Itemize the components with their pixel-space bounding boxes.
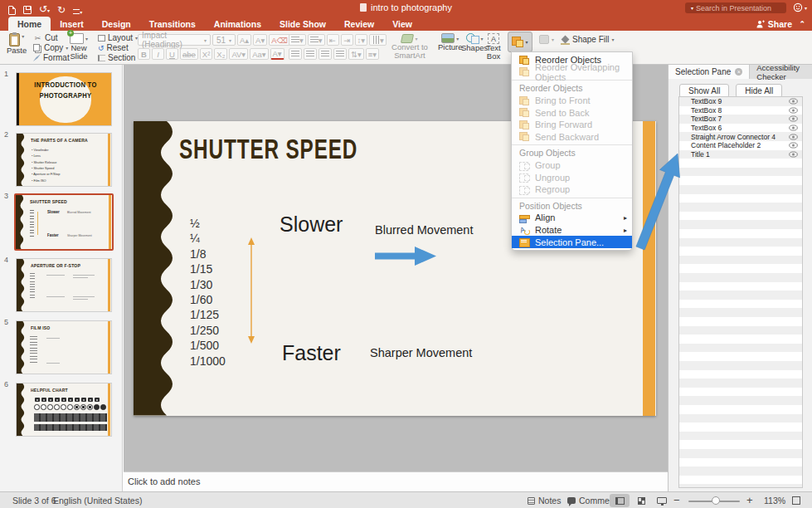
tab-transitions[interactable]: Transitions bbox=[140, 17, 205, 31]
object-row[interactable]: TextBox 9 bbox=[679, 97, 802, 106]
text-direction-button[interactable]: ⇅▾ bbox=[348, 48, 364, 60]
zoom-slider-knob[interactable] bbox=[712, 496, 720, 505]
shutter-fractions[interactable]: ½¼ 1/81/15 1/301/60 1/1251/250 1/5001/10… bbox=[190, 216, 226, 369]
object-row[interactable]: TextBox 6 bbox=[679, 124, 802, 133]
cut-button[interactable]: ✂Cut bbox=[33, 33, 58, 42]
line-spacing-button[interactable]: ↕▾ bbox=[355, 34, 368, 46]
object-row[interactable]: TextBox 8 bbox=[679, 106, 802, 115]
layout-button[interactable]: Layout▾ bbox=[98, 33, 138, 42]
faster-label[interactable]: Faster bbox=[282, 341, 341, 365]
change-case-button[interactable]: Aa▾ bbox=[250, 48, 268, 60]
increase-indent-icon[interactable]: ⇥ bbox=[341, 34, 353, 46]
align-right-icon[interactable] bbox=[318, 48, 332, 60]
menu-item-selection-pane[interactable]: Selection Pane... bbox=[512, 236, 632, 248]
blue-right-arrow[interactable] bbox=[375, 247, 436, 266]
share-button[interactable]: Share bbox=[756, 19, 792, 29]
fit-slide-icon[interactable] bbox=[792, 496, 800, 505]
superscript-button[interactable]: X² bbox=[200, 48, 213, 60]
yellow-accent-bar bbox=[643, 121, 655, 416]
copy-button[interactable]: Copy▾ bbox=[33, 43, 68, 52]
tab-accessibility-checker[interactable]: Accessibility Checker bbox=[750, 65, 812, 79]
normal-view-button[interactable] bbox=[610, 494, 630, 507]
thumbnail-slide-2[interactable]: THE PARTS OF A CAMERA Viewfinder Lens Sh… bbox=[16, 133, 112, 187]
convert-smartart-button[interactable]: ▾ Convert to SmartArt bbox=[388, 34, 431, 60]
feedback-control[interactable]: ▾ bbox=[793, 2, 807, 12]
tab-view[interactable]: View bbox=[383, 17, 421, 31]
quick-styles-button[interactable]: ▾ bbox=[539, 35, 554, 44]
search-box[interactable]: ▾ bbox=[685, 2, 786, 13]
bold-button[interactable]: B bbox=[138, 48, 150, 60]
sharper-movement-label[interactable]: Sharper Movement bbox=[370, 346, 472, 359]
strikethrough-button[interactable]: abe bbox=[180, 48, 198, 60]
align-left-icon[interactable] bbox=[289, 48, 302, 60]
justify-icon[interactable] bbox=[333, 48, 347, 60]
columns-button[interactable]: ▾ bbox=[369, 34, 387, 46]
thumbnail-slide-5[interactable]: FILM ISO bbox=[16, 320, 112, 374]
numbering-button[interactable]: ▾ bbox=[308, 34, 325, 46]
slideshow-button[interactable] bbox=[652, 494, 672, 507]
thumbnail-slide-3-selected[interactable]: SHUTTER SPEED Slower Blurred Movement Fa… bbox=[14, 193, 114, 251]
visibility-eye-icon[interactable] bbox=[789, 107, 798, 114]
tab-selection-pane[interactable]: Selection Pane × bbox=[669, 65, 750, 79]
underline-button[interactable]: U bbox=[166, 48, 178, 60]
tab-design[interactable]: Design bbox=[93, 17, 140, 31]
increase-font-icon[interactable]: A▴ bbox=[237, 34, 251, 46]
shape-fill-button[interactable]: Shape Fill▾ bbox=[561, 35, 614, 44]
yellow-double-arrow[interactable] bbox=[247, 237, 255, 344]
font-name-select[interactable]: Impact (Headings)▾ bbox=[138, 34, 211, 46]
thumbnail-slide-1[interactable]: INTRODUCTION TO PHOTOGRAPHY bbox=[16, 72, 112, 126]
subscript-button[interactable]: X₂ bbox=[214, 48, 227, 60]
visibility-eye-icon[interactable] bbox=[789, 134, 798, 140]
visibility-eye-icon[interactable] bbox=[789, 125, 798, 131]
visibility-eye-icon[interactable] bbox=[789, 151, 798, 158]
object-row[interactable]: TextBox 7 bbox=[679, 115, 802, 124]
font-color-button[interactable]: A▾ bbox=[270, 48, 284, 60]
mini-text bbox=[30, 273, 35, 298]
thumbnail-slide-4[interactable]: APERTURE OR F-STOP bbox=[16, 258, 112, 312]
menu-item-align[interactable]: Align▸ bbox=[512, 212, 632, 224]
slower-label[interactable]: Slower bbox=[280, 212, 343, 237]
collapse-ribbon-icon[interactable]: ⌃ bbox=[799, 20, 805, 28]
font-size-select[interactable]: 51▾ bbox=[212, 34, 236, 46]
character-spacing-button[interactable]: AV▾ bbox=[229, 48, 248, 60]
search-input[interactable] bbox=[696, 4, 793, 12]
tab-animations[interactable]: Animations bbox=[205, 17, 270, 31]
object-row[interactable]: Straight Arrow Connector 4 bbox=[679, 132, 802, 141]
slide-sorter-button[interactable] bbox=[631, 494, 651, 507]
object-row[interactable]: Title 1 bbox=[679, 150, 802, 159]
text-box-button[interactable]: A Text Box bbox=[483, 33, 504, 61]
thumbnail-slide-6[interactable]: HELPFUL CHART bbox=[16, 383, 112, 437]
new-slide-button[interactable]: ▾ New Slide bbox=[65, 33, 93, 61]
reset-button[interactable]: ↺Reset bbox=[98, 43, 129, 52]
section-button[interactable]: Section▾ bbox=[98, 53, 140, 62]
tab-slide-show[interactable]: Slide Show bbox=[270, 17, 335, 31]
language-indicator[interactable]: English (United States) bbox=[53, 496, 142, 506]
visibility-eye-icon[interactable] bbox=[789, 115, 798, 122]
visibility-eye-icon[interactable] bbox=[789, 98, 798, 105]
decrease-indent-icon[interactable]: ⇤ bbox=[327, 34, 339, 46]
decrease-font-icon[interactable]: A▾ bbox=[253, 34, 267, 46]
tab-home[interactable]: Home bbox=[8, 17, 51, 31]
tab-review[interactable]: Review bbox=[335, 17, 383, 31]
blurred-movement-label[interactable]: Blurred Movement bbox=[375, 223, 473, 237]
bullets-button[interactable]: ▾ bbox=[289, 34, 306, 46]
italic-button[interactable]: I bbox=[152, 48, 164, 60]
align-center-icon[interactable] bbox=[304, 48, 317, 60]
zoom-out-button[interactable]: − bbox=[673, 494, 680, 506]
paste-button[interactable]: ▾ Paste bbox=[7, 33, 27, 55]
notes-toggle[interactable]: Notes bbox=[528, 496, 561, 506]
slide-title[interactable]: SHUTTER SPEED bbox=[179, 134, 357, 165]
notes-pane[interactable]: Click to add notes bbox=[124, 471, 668, 491]
document-icon bbox=[360, 3, 367, 12]
close-icon[interactable]: × bbox=[735, 68, 742, 76]
visibility-eye-icon[interactable] bbox=[789, 142, 798, 149]
zoom-in-button[interactable]: + bbox=[746, 494, 753, 506]
search-scope-caret[interactable]: ▾ bbox=[691, 5, 693, 11]
picture-button[interactable]: ▾ Picture bbox=[438, 33, 463, 51]
align-text-button[interactable]: ≡▾ bbox=[366, 48, 379, 60]
zoom-percentage[interactable]: 113% bbox=[764, 496, 785, 506]
menu-item-rotate[interactable]: Rotate▸ bbox=[512, 224, 632, 237]
object-row[interactable]: Content Placeholder 2 bbox=[679, 141, 802, 150]
clear-formatting-icon[interactable]: A⌫ bbox=[269, 34, 290, 46]
arrange-button[interactable]: ▾ bbox=[508, 32, 532, 52]
